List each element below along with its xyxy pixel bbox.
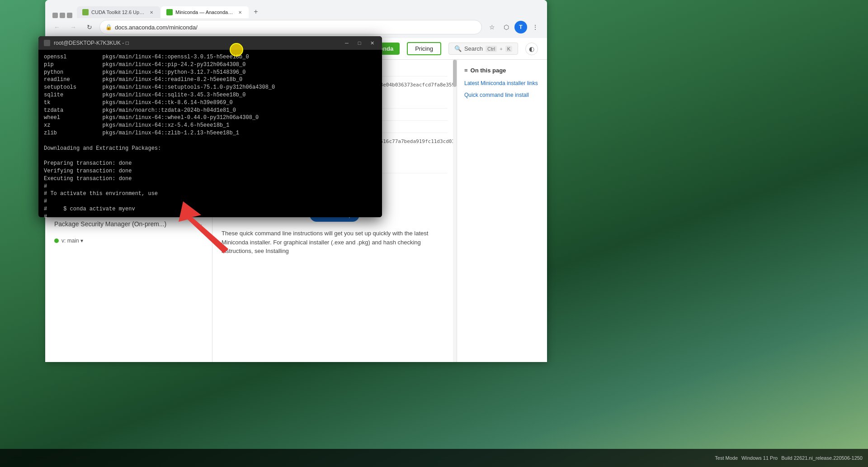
- term-line-openssl: openssl pkgs/main/linux-64::openssl-3.0.…: [44, 53, 377, 61]
- term-line-readline: readline pkgs/main/linux-64::readline-8.…: [44, 76, 377, 84]
- on-this-page-text: On this page: [471, 67, 506, 74]
- terminal-window: root@DESKTOP-K7K3KUK - □ ─ □ ✕ openssl p…: [38, 36, 382, 217]
- reload-button[interactable]: ↻: [83, 21, 96, 33]
- search-shortcut-k: K: [505, 46, 512, 52]
- term-line-sqlite: sqlite pkgs/main/linux-64::sqlite-3.45.3…: [44, 91, 377, 99]
- tab-title-cuda: CUDA Toolkit 12.6 Update 2 D...: [91, 10, 146, 15]
- right-sidebar: ≡ On this page Latest Miniconda installe…: [457, 60, 547, 362]
- tab-favicon-miniconda: [166, 9, 173, 15]
- term-line-zlib: zlib pkgs/main/linux-64::zlib-1.2.13-h5e…: [44, 129, 377, 137]
- term-line-downloading: Downloading and Extracting Packages:: [44, 145, 377, 152]
- search-label: Search: [464, 45, 483, 52]
- taskbar-mode: Test Mode: [715, 455, 738, 461]
- terminal-app-icon: [44, 40, 50, 46]
- search-icon: 🔍: [454, 45, 462, 52]
- tab-favicon-cuda: [82, 9, 89, 15]
- term-line-blank1: [44, 137, 377, 145]
- new-tab-icon: +: [254, 8, 258, 16]
- search-plus: +: [500, 46, 502, 52]
- profile-button[interactable]: T: [514, 21, 527, 33]
- address-bar-row: ← → ↻ 🔒 docs.anaconda.com/miniconda/ ☆ ⬡…: [49, 18, 543, 38]
- term-line-tzdata: tzdata pkgs/main/noarch::tzdata-2024b-h0…: [44, 107, 377, 114]
- term-line-activate-comment: # To activate this environment, use: [44, 190, 377, 198]
- red-arrow-svg: [174, 199, 233, 253]
- sidebar-link-quick-command[interactable]: Quick command line install: [464, 91, 540, 99]
- list-icon: ≡: [464, 67, 468, 74]
- on-this-page-title: ≡ On this page: [464, 67, 540, 74]
- term-line-xz: xz pkgs/main/linux-64::xz-5.4.6-h5eee18b…: [44, 122, 377, 129]
- version-dot: [54, 238, 59, 243]
- tab-title-miniconda: Miniconda — Anaconda docu...: [175, 10, 234, 15]
- version-label: v: main ▾: [61, 238, 83, 244]
- term-line-preparing: Preparing transaction: done: [44, 160, 377, 167]
- lock-icon: 🔒: [105, 24, 112, 30]
- tab-cuda[interactable]: CUDA Toolkit 12.6 Update 2 D... ✕: [77, 6, 160, 18]
- term-line-verifying: Verifying transaction: done: [44, 167, 377, 175]
- terminal-maximize-button[interactable]: □: [355, 38, 364, 48]
- terminal-body[interactable]: openssl pkgs/main/linux-64::openssl-3.0.…: [38, 50, 382, 217]
- quick-command-text: These quick command line instructions wi…: [222, 229, 448, 256]
- close-button[interactable]: [67, 13, 72, 18]
- extensions-button[interactable]: ⬡: [500, 21, 513, 33]
- dark-mode-button[interactable]: ◐: [525, 43, 538, 55]
- search-button[interactable]: 🔍 Search Ctrl + K: [448, 43, 518, 55]
- pricing-button[interactable]: Pricing: [407, 42, 441, 55]
- arrow-shape: [179, 201, 228, 253]
- cursor-indicator: [230, 43, 243, 57]
- on-this-page-section: ≡ On this page Latest Miniconda installe…: [464, 67, 540, 99]
- scrollbar-right[interactable]: [453, 60, 457, 362]
- window-controls: [52, 13, 72, 18]
- search-shortcut-ctrl: Ctrl: [486, 46, 497, 52]
- term-line-setuptools: setuptools pkgs/main/linux-64::setuptool…: [44, 84, 377, 91]
- maximize-button[interactable]: [60, 13, 65, 18]
- new-tab-button[interactable]: +: [250, 5, 262, 18]
- tab-close-cuda[interactable]: ✕: [148, 9, 155, 15]
- browser-chrome: CUDA Toolkit 12.6 Update 2 D... ✕ Minico…: [45, 0, 547, 38]
- sidebar-link-installer[interactable]: Latest Miniconda installer links: [464, 79, 540, 87]
- back-button[interactable]: ←: [51, 21, 63, 33]
- forward-button[interactable]: →: [67, 21, 80, 33]
- bookmark-button[interactable]: ☆: [486, 21, 498, 33]
- scrollbar-thumb: [453, 60, 457, 87]
- terminal-title: root@DESKTOP-K7K3KUK - □: [54, 40, 339, 46]
- term-line-tk: tk pkgs/main/linux-64::tk-8.6.14-h39e896…: [44, 99, 377, 107]
- tab-miniconda[interactable]: Miniconda — Anaconda docu... ✕: [161, 6, 249, 18]
- term-line-wheel: wheel pkgs/main/linux-64::wheel-0.44.0-p…: [44, 114, 377, 122]
- terminal-minimize-button[interactable]: ─: [342, 38, 351, 48]
- taskbar: Test Mode Windows 11 Pro Build 22621.ni_…: [0, 449, 868, 467]
- browser-actions: ☆ ⬡ T ⋮: [486, 21, 542, 33]
- menu-button[interactable]: ⋮: [529, 21, 542, 33]
- terminal-close-button[interactable]: ✕: [368, 38, 377, 48]
- sidebar-item-label-pkg-onprem: Package Security Manager (On-prem...): [54, 220, 166, 228]
- address-text: docs.anaconda.com/miniconda/: [115, 24, 198, 31]
- term-line-hash1: #: [44, 183, 377, 191]
- tab-close-miniconda[interactable]: ✕: [237, 9, 243, 15]
- terminal-titlebar: root@DESKTOP-K7K3KUK - □ ─ □ ✕: [38, 36, 382, 50]
- minimize-button[interactable]: [52, 13, 58, 18]
- term-line-blank2: [44, 152, 377, 160]
- term-line-executing: Executing transaction: done: [44, 175, 377, 183]
- term-line-pip: pip pkgs/main/linux-64::pip-24.2-py312h0…: [44, 61, 377, 69]
- term-line-python: python pkgs/main/linux-64::python-3.12.7…: [44, 69, 377, 76]
- taskbar-build: Build 22621.ni_release.220506-1250: [781, 455, 863, 461]
- taskbar-os: Windows 11 Pro: [741, 455, 778, 461]
- address-bar[interactable]: 🔒 docs.anaconda.com/miniconda/: [99, 20, 482, 34]
- quick-command-description: These quick command line instructions wi…: [212, 229, 457, 256]
